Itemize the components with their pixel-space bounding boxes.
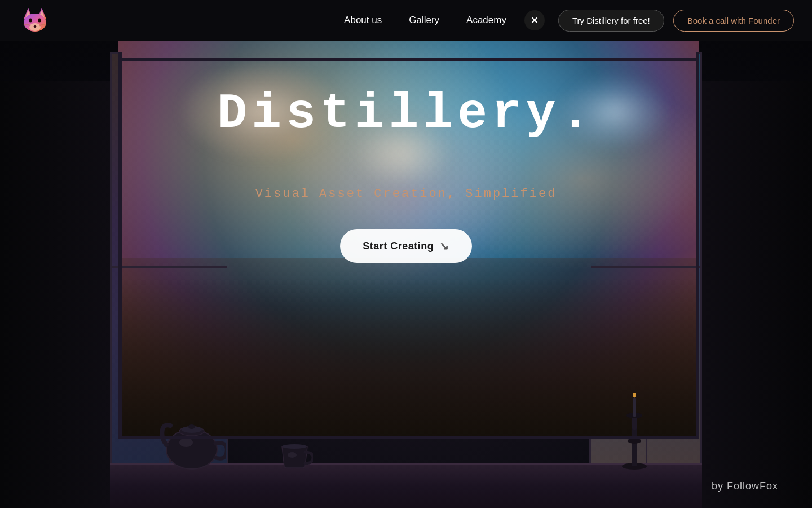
scene-container: Distillery. Visual Asset Creation, Simpl… [0, 41, 812, 508]
svg-rect-21 [633, 398, 636, 417]
svg-point-15 [288, 452, 297, 458]
x-icon: ✕ [531, 15, 538, 26]
arrow-icon: ↘ [439, 239, 449, 253]
nav-about[interactable]: About us [344, 15, 382, 26]
logo[interactable] [18, 3, 52, 37]
window-bottom-bar [118, 436, 699, 439]
window-top-bar [118, 58, 699, 61]
fox-logo-icon [18, 3, 52, 37]
nav-gallery[interactable]: Gallery [409, 15, 439, 26]
start-creating-button[interactable]: Start Creating ↘ [340, 229, 472, 263]
candlestick-object [620, 393, 648, 474]
cup-object [276, 435, 313, 474]
hero-subtitle: Visual Asset Creation, Simplified [255, 187, 557, 201]
nav-links: About us Gallery Academy [344, 15, 506, 26]
svg-point-8 [34, 25, 37, 28]
svg-rect-17 [632, 427, 637, 466]
nav-academy[interactable]: Academy [466, 15, 506, 26]
svg-point-13 [179, 438, 193, 447]
svg-point-23 [633, 393, 636, 397]
svg-point-12 [188, 424, 195, 429]
hero-section: Distillery. Visual Asset Creation, Simpl… [0, 0, 812, 508]
svg-point-14 [282, 444, 307, 449]
navbar: About us Gallery Academy ✕ Try Distiller… [0, 0, 812, 41]
book-call-button[interactable]: Book a call with Founder [673, 10, 794, 32]
window-left-horizontal-bar [112, 266, 227, 268]
credit-text: by FollowFox [712, 480, 778, 492]
try-distillery-button[interactable]: Try Distillery for free! [558, 10, 664, 32]
start-creating-label: Start Creating [363, 240, 434, 252]
hero-title: Distillery. [218, 86, 595, 142]
hero-text-container: Distillery. Visual Asset Creation, Simpl… [0, 86, 812, 263]
svg-point-6 [29, 19, 32, 23]
window-right-horizontal-bar [591, 266, 700, 268]
x-social-button[interactable]: ✕ [524, 10, 545, 30]
svg-point-7 [38, 19, 41, 23]
